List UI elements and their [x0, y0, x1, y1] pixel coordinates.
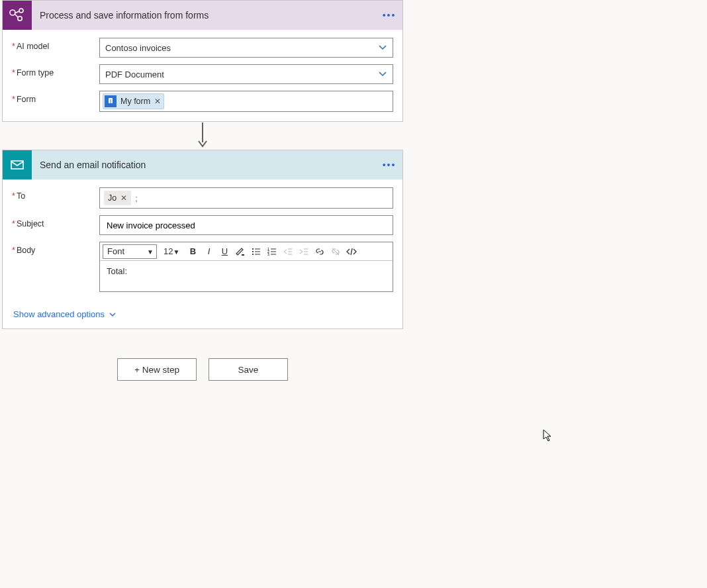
subject-input[interactable]: [99, 215, 393, 235]
bullet-list-button[interactable]: [248, 244, 264, 260]
mouse-cursor-icon: [543, 429, 552, 442]
svg-point-10: [252, 251, 254, 252]
svg-point-2: [18, 17, 22, 21]
svg-rect-7: [11, 161, 23, 169]
chip-remove-icon[interactable]: ✕: [154, 97, 161, 106]
show-advanced-options-link[interactable]: Show advanced options: [12, 307, 117, 320]
ai-model-select[interactable]: Contoso invoices: [99, 38, 393, 58]
svg-line-4: [15, 14, 18, 17]
to-label: *To: [12, 187, 99, 201]
ai-builder-icon: [3, 1, 32, 30]
indent-button[interactable]: [296, 244, 312, 260]
chevron-down-icon: [378, 70, 387, 79]
bold-button[interactable]: B: [185, 244, 201, 260]
card2-menu-button[interactable]: •••: [376, 160, 402, 170]
form-chip[interactable]: My form ✕: [103, 93, 164, 109]
send-email-card: Send an email notification ••• *To Jo ✕ …: [2, 150, 403, 329]
outdent-button[interactable]: [280, 244, 296, 260]
card2-header[interactable]: Send an email notification •••: [3, 150, 402, 179]
code-view-button[interactable]: [344, 244, 359, 260]
caret-down-icon: ▼: [173, 248, 180, 255]
font-select[interactable]: Font ▼: [103, 244, 157, 259]
card2-title: Send an email notification: [32, 160, 376, 170]
connector-arrow-icon: [2, 122, 403, 150]
unlink-button[interactable]: [328, 244, 344, 260]
form-type-select[interactable]: PDF Document: [99, 64, 393, 84]
chevron-down-icon: [109, 311, 117, 318]
body-label: *Body: [12, 242, 99, 255]
svg-point-11: [252, 254, 254, 255]
ai-model-label: *AI model: [12, 38, 99, 51]
new-step-button[interactable]: + New step: [117, 358, 197, 381]
form-type-label: *Form type: [12, 64, 99, 77]
body-editor: Font ▼ 12 ▼ B I U: [99, 242, 393, 292]
save-button[interactable]: Save: [209, 358, 288, 381]
svg-rect-8: [242, 254, 244, 256]
footer-buttons: + New step Save: [2, 358, 403, 381]
link-button[interactable]: [312, 244, 328, 260]
svg-point-9: [252, 248, 254, 250]
font-size-select[interactable]: 12 ▼: [161, 244, 182, 259]
process-forms-card: Process and save information from forms …: [2, 0, 403, 122]
svg-point-1: [19, 9, 23, 13]
form-label: *Form: [12, 91, 99, 104]
svg-text:3: 3: [267, 252, 269, 256]
chevron-down-icon: [378, 43, 387, 52]
editor-toolbar: Font ▼ 12 ▼ B I U: [100, 242, 393, 261]
mail-icon: [3, 150, 32, 179]
to-input[interactable]: Jo ✕ ;: [99, 187, 393, 209]
subject-text-field[interactable]: [105, 220, 387, 231]
body-content[interactable]: Total:: [100, 261, 393, 291]
attachment-icon: [105, 95, 117, 107]
underline-button[interactable]: U: [216, 244, 232, 260]
color-button[interactable]: [232, 244, 248, 260]
card1-header[interactable]: Process and save information from forms …: [3, 1, 402, 30]
to-chip[interactable]: Jo ✕: [104, 191, 131, 205]
card1-menu-button[interactable]: •••: [376, 10, 402, 21]
chip-remove-icon[interactable]: ✕: [120, 193, 127, 203]
number-list-button[interactable]: 123: [264, 244, 280, 260]
form-input[interactable]: My form ✕: [99, 91, 393, 112]
card1-title: Process and save information from forms: [32, 10, 376, 21]
italic-button[interactable]: I: [201, 244, 216, 260]
caret-down-icon: ▼: [147, 248, 154, 255]
subject-label: *Subject: [12, 215, 99, 228]
